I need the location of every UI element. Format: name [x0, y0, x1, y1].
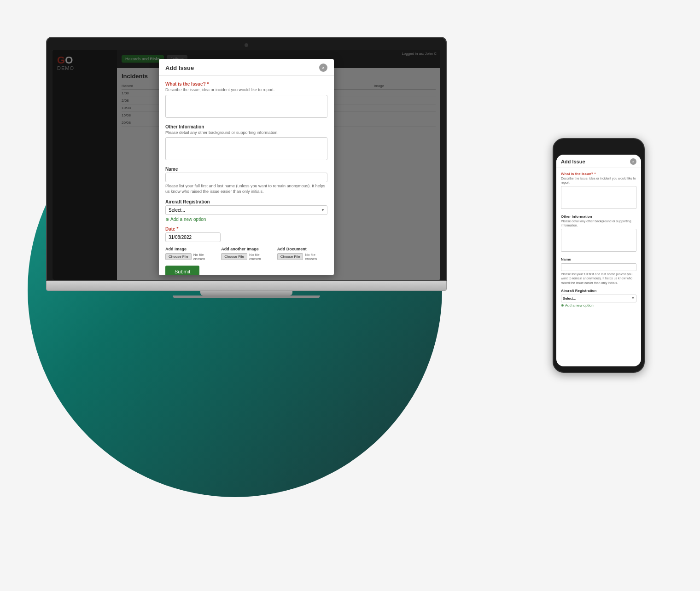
file-upload-row: Add Image Choose File No file chosen Add… [165, 247, 327, 261]
phone-add-option-link[interactable]: ⊕ Add a new option [561, 303, 636, 307]
phone-other-info-label: Other Information [561, 214, 636, 219]
add-image-input-wrapper: Choose File No file chosen [165, 253, 216, 261]
aircraft-reg-form-group: Aircraft Registration Select... ▼ ⊕ A [165, 199, 327, 222]
phone-issue-hint: Describe the issue, idea or incident you… [561, 176, 636, 185]
laptop-screen: GO DEMO Hazards and Risks Actions Logged… [52, 50, 440, 280]
laptop-device: GO DEMO Hazards and Risks Actions Logged… [46, 37, 447, 298]
phone-device: Add Issue × What is the Issue? * Describ… [553, 138, 645, 373]
add-document-input-wrapper: Choose File No file chosen [277, 253, 327, 261]
add-image2-label: Add another Image [221, 247, 271, 251]
name-label: Name [165, 167, 327, 172]
laptop-screen-wrapper: GO DEMO Hazards and Risks Actions Logged… [46, 37, 447, 281]
other-info-textarea[interactable] [165, 137, 327, 160]
add-issue-modal: Add Issue × What is the Issue? * Describ… [159, 59, 334, 275]
choose-file-button-2[interactable]: Choose File [221, 253, 247, 260]
aircraft-reg-select-wrapper: Select... ▼ [165, 205, 327, 215]
issue-form-group: What is the Issue? * Describe the issue,… [165, 81, 327, 120]
phone-issue-textarea[interactable] [561, 186, 636, 209]
app-background: GO DEMO Hazards and Risks Actions Logged… [52, 50, 440, 280]
phone-select-wrapper: Select... ▼ [561, 293, 636, 302]
phone-aircraft-reg-group: Aircraft Registration Select... ▼ ⊕ Add … [561, 289, 636, 307]
modal-overlay: Add Issue × What is the Issue? * Describ… [52, 50, 440, 280]
phone-aircraft-reg-label: Aircraft Registration [561, 289, 636, 293]
phone-other-info-textarea[interactable] [561, 229, 636, 252]
phone-screen: Add Issue × What is the Issue? * Describ… [556, 155, 641, 366]
phone-modal-close-button[interactable]: × [630, 158, 636, 165]
laptop-stand [200, 291, 292, 296]
phone-issue-group: What is the Issue? * Describe the issue,… [561, 172, 636, 211]
add-option-link[interactable]: ⊕ Add a new option [165, 217, 327, 222]
phone-body: Add Issue × What is the Issue? * Describ… [553, 138, 645, 373]
submit-button[interactable]: Submit [165, 266, 199, 275]
date-input[interactable] [165, 232, 221, 242]
date-label: Date * [165, 226, 327, 232]
modal-header: Add Issue × [159, 59, 334, 76]
issue-label: What is the Issue? * [165, 81, 327, 87]
no-file-text-3: No file chosen [305, 253, 327, 261]
modal-close-button[interactable]: × [319, 64, 327, 72]
choose-file-button-3[interactable]: Choose File [277, 253, 303, 260]
other-info-hint: Please detail any other background or su… [165, 130, 327, 136]
add-document-label: Add Document [277, 247, 327, 251]
issue-hint: Describe the issue, idea or incident you… [165, 87, 327, 93]
phone-select-arrow-icon: ▼ [631, 296, 635, 299]
add-document-group: Add Document Choose File No file chosen [277, 247, 327, 261]
other-info-form-group: Other Information Please detail any othe… [165, 124, 327, 162]
phone-name-hint: Please list your full first and last nam… [561, 272, 636, 284]
phone-modal-body: What is the Issue? * Describe the issue,… [556, 168, 641, 363]
other-info-label: Other Information [165, 124, 327, 129]
phone-notch [585, 145, 612, 152]
add-image2-input-wrapper: Choose File No file chosen [221, 253, 271, 261]
phone-name-input[interactable] [561, 263, 636, 271]
add-image-group: Add Image Choose File No file chosen [165, 247, 216, 261]
no-file-text-1: No file chosen [193, 253, 216, 261]
laptop-camera [245, 43, 248, 47]
phone-name-group: Name Please list your full first and las… [561, 257, 636, 284]
phone-aircraft-reg-select[interactable]: Select... [561, 295, 636, 302]
name-form-group: Name Please list your full first and las… [165, 167, 327, 194]
add-image2-group: Add another Image Choose File No file ch… [221, 247, 271, 261]
phone-modal-header: Add Issue × [556, 155, 641, 168]
phone-other-info-group: Other Information Please detail any othe… [561, 214, 636, 254]
issue-textarea[interactable] [165, 95, 327, 118]
phone-issue-label: What is the Issue? * [561, 172, 636, 176]
aircraft-reg-label: Aircraft Registration [165, 199, 327, 204]
phone-name-label: Name [561, 257, 636, 261]
modal-title: Add Issue [165, 64, 194, 71]
laptop-foot [173, 296, 320, 298]
date-form-group: Date * [165, 226, 327, 242]
add-image-label: Add Image [165, 247, 216, 251]
laptop-base [46, 281, 447, 291]
name-hint: Please list your full first and last nam… [165, 184, 327, 194]
modal-body: What is the Issue? * Describe the issue,… [159, 76, 334, 275]
no-file-text-2: No file chosen [249, 253, 272, 261]
phone-other-info-hint: Please detail any other background or su… [561, 219, 636, 227]
phone-modal-title: Add Issue [561, 159, 585, 164]
choose-file-button-1[interactable]: Choose File [165, 253, 192, 260]
aircraft-reg-select[interactable]: Select... [165, 205, 327, 215]
name-input[interactable] [165, 173, 327, 182]
